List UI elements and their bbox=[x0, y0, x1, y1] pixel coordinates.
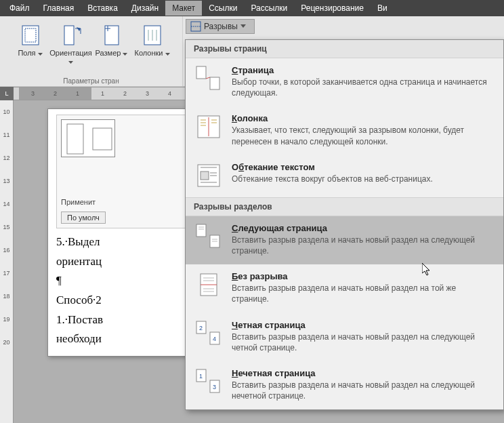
chevron-down-icon bbox=[240, 24, 246, 28]
dd-item-title: Обтекание текстом bbox=[232, 162, 433, 172]
dd-item-desc: Выбор точки, в которой заканчивается одн… bbox=[232, 77, 494, 98]
ribbon-btn-колонки[interactable]: Колонки bbox=[133, 20, 171, 65]
dd-item-title: Без разрыва bbox=[232, 271, 494, 281]
menu-главная[interactable]: Главная bbox=[37, 1, 81, 16]
title-menubar: ФайлГлавнаяВставкаДизайнМакетСсылкиРассы… bbox=[0, 0, 504, 16]
dd-item-icon: 13 bbox=[195, 368, 222, 395]
dd-item-desc: Вставить разрыв раздела и начать новый р… bbox=[232, 283, 494, 304]
breaks-icon bbox=[190, 21, 201, 32]
dd-item-страница[interactable]: СтраницаВыбор точки, в которой заканчива… bbox=[186, 58, 503, 106]
dd-item-desc: Вставить разрыв раздела и начать новый р… bbox=[232, 380, 494, 401]
breaks-button[interactable]: Разрывы bbox=[186, 19, 255, 34]
svg-rect-10 bbox=[67, 124, 83, 154]
ribbon-buttons-row: Поля Ориентация Размер Колонки bbox=[12, 19, 171, 65]
ribbon-group-page-setup: Поля Ориентация Размер Колонки Параметры… bbox=[0, 16, 183, 86]
menu-файл[interactable]: Файл bbox=[3, 1, 37, 16]
preview-box-icon bbox=[61, 119, 115, 157]
ribbon-btn-label: Поля bbox=[18, 49, 42, 57]
dd-item-четная-страница[interactable]: 24Четная страницаВставить разрыв раздела… bbox=[186, 313, 503, 361]
ruler-vertical[interactable]: 1011121314151617181920 bbox=[0, 100, 14, 423]
dd-items-page: СтраницаВыбор точки, в которой заканчива… bbox=[186, 58, 503, 197]
menu-ви[interactable]: Ви bbox=[371, 1, 394, 16]
dd-item-icon: 24 bbox=[195, 320, 222, 347]
ribbon-btn-поля[interactable]: Поля bbox=[12, 20, 49, 65]
колонки-icon bbox=[140, 23, 165, 47]
menu-дизайн[interactable]: Дизайн bbox=[125, 1, 165, 16]
dd-item-title: Следующая страница bbox=[232, 223, 494, 233]
svg-rect-27 bbox=[196, 224, 206, 237]
menu-рецензирование[interactable]: Рецензирование bbox=[294, 1, 371, 16]
dd-item-обтекание-текстом[interactable]: Обтекание текстомОбтекание текста вокруг… bbox=[186, 155, 503, 197]
svg-rect-13 bbox=[210, 77, 219, 89]
dd-item-следующая-страница[interactable]: Следующая страницаВставить разрыв раздел… bbox=[186, 216, 503, 264]
svg-text:1: 1 bbox=[199, 373, 203, 380]
dd-item-desc: Вставить разрыв раздела и начать новый р… bbox=[232, 331, 494, 353]
svg-text:3: 3 bbox=[213, 384, 216, 390]
menu-рассылки[interactable]: Рассылки bbox=[244, 1, 294, 16]
ruler-corner[interactable]: L bbox=[0, 87, 14, 100]
размер-icon bbox=[100, 23, 124, 47]
dd-item-icon bbox=[195, 65, 222, 92]
breaks-label: Разрывы bbox=[204, 22, 238, 31]
dd-item-title: Колонка bbox=[232, 113, 494, 123]
ribbon-btn-размер[interactable]: Размер bbox=[93, 20, 131, 65]
menu-вставка[interactable]: Вставка bbox=[81, 1, 125, 16]
dd-item-icon bbox=[195, 162, 222, 189]
dd-items-section: Следующая страницаВставить разрыв раздел… bbox=[186, 216, 503, 410]
dd-item-нечетная-страница[interactable]: 13Нечетная страницаВставить разрыв разде… bbox=[186, 361, 503, 409]
dd-item-title: Нечетная страница bbox=[232, 368, 494, 378]
ориентация-icon bbox=[59, 23, 83, 47]
dd-item-desc: Указывает, что текст, следующий за разры… bbox=[232, 125, 494, 146]
dd-section-section-breaks: Разрывы разделов bbox=[186, 197, 503, 216]
dd-item-title: Страница bbox=[232, 65, 494, 75]
dd-section-page-breaks: Разрывы страниц bbox=[186, 40, 503, 58]
dd-item-без-разрыва[interactable]: Без разрываВставить разрыв раздела и нач… bbox=[186, 264, 503, 313]
svg-text:2: 2 bbox=[199, 325, 203, 331]
menu-макет[interactable]: Макет bbox=[165, 1, 202, 16]
svg-text:4: 4 bbox=[213, 336, 216, 342]
ribbon-btn-label: Размер bbox=[96, 49, 128, 57]
поля-icon bbox=[18, 23, 43, 47]
dd-item-desc: Обтекание текста вокруг объектов на веб-… bbox=[232, 174, 433, 184]
ribbon-group-label: Параметры стран bbox=[63, 76, 119, 85]
menu-ссылки[interactable]: Ссылки bbox=[202, 1, 244, 16]
default-button[interactable]: По умолч bbox=[61, 212, 106, 224]
dd-item-icon bbox=[195, 223, 222, 250]
dd-item-title: Четная страница bbox=[232, 320, 494, 330]
dd-item-колонка[interactable]: КолонкаУказывает, что текст, следующий з… bbox=[186, 106, 503, 155]
dd-item-desc: Вставить разрыв раздела и начать новый р… bbox=[232, 235, 494, 256]
ribbon-btn-label: Ориентация bbox=[49, 49, 91, 65]
breaks-dropdown: Разрывы страниц СтраницаВыбор точки, в к… bbox=[185, 39, 504, 410]
dd-item-icon bbox=[195, 271, 222, 298]
svg-rect-2 bbox=[64, 26, 74, 45]
dd-item-icon bbox=[195, 113, 222, 140]
svg-rect-12 bbox=[196, 66, 206, 79]
svg-rect-22 bbox=[201, 172, 209, 180]
svg-rect-11 bbox=[93, 128, 112, 150]
ribbon-btn-ориентация[interactable]: Ориентация bbox=[52, 20, 90, 65]
ribbon-btn-label: Колонки bbox=[134, 49, 169, 57]
